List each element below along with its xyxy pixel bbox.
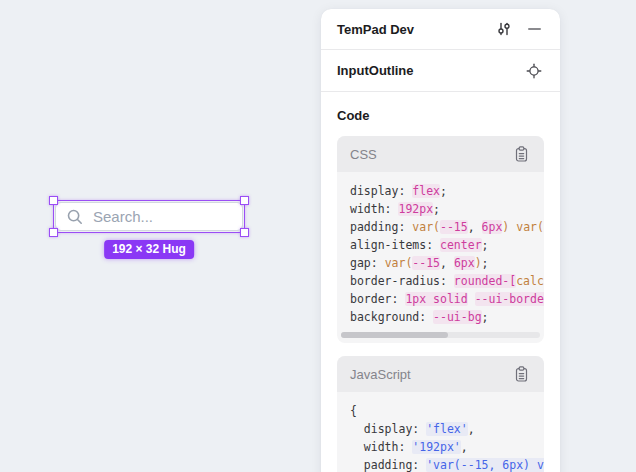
tempad-dev-panel: TemPad Dev InputOutline Code bbox=[321, 9, 560, 472]
css-block-label: CSS bbox=[350, 147, 377, 162]
code-line: gap: var(--15, 6px); bbox=[350, 254, 544, 272]
js-code-block: JavaScript { display: 'flex', width: '19… bbox=[337, 356, 544, 472]
code-line: border-radius: rounded-[calc(var(--radiu… bbox=[350, 272, 544, 290]
css-code[interactable]: display: flex;width: 192px;padding: var(… bbox=[337, 172, 544, 332]
code-line: align-items: center; bbox=[350, 236, 544, 254]
size-badge: 192 × 32 Hug bbox=[104, 240, 194, 259]
magnifier-icon bbox=[66, 208, 84, 226]
selection-handle-sw[interactable] bbox=[49, 228, 58, 237]
selection-handle-ne[interactable] bbox=[240, 196, 249, 205]
clipboard-icon[interactable] bbox=[511, 144, 531, 164]
minus-icon[interactable] bbox=[524, 19, 544, 39]
css-code-block: CSS display: flex;width: 192px;padding: … bbox=[337, 136, 544, 343]
code-line: width: 192px; bbox=[350, 200, 544, 218]
crosshair-icon[interactable] bbox=[524, 61, 544, 81]
search-placeholder: Search... bbox=[93, 208, 153, 225]
panel-content: Code CSS display: flex;width: 192px;padd… bbox=[321, 92, 560, 472]
selection-handle-se[interactable] bbox=[240, 228, 249, 237]
selected-search-input[interactable]: Search... bbox=[53, 200, 245, 233]
code-line: background: --ui-bg; bbox=[350, 308, 544, 326]
css-horizontal-scrollbar[interactable] bbox=[341, 332, 540, 338]
selection-handle-nw[interactable] bbox=[49, 196, 58, 205]
code-line: padding: 'var(--15, 6px) var(--15, 6px)'… bbox=[350, 456, 544, 472]
sliders-icon[interactable] bbox=[494, 19, 514, 39]
code-line: border: 1px solid --ui-border-color; bbox=[350, 290, 544, 308]
code-line: { bbox=[350, 402, 544, 420]
component-name: InputOutline bbox=[337, 63, 524, 78]
component-row: InputOutline bbox=[321, 50, 560, 92]
scrollbar-thumb[interactable] bbox=[341, 332, 448, 338]
code-line: padding: var(--15, 6px) var(--15, 6px); bbox=[350, 218, 544, 236]
panel-title: TemPad Dev bbox=[337, 22, 494, 37]
code-line: display: flex; bbox=[350, 182, 544, 200]
section-title-code: Code bbox=[337, 108, 544, 123]
js-block-header: JavaScript bbox=[337, 356, 544, 392]
js-block-label: JavaScript bbox=[350, 367, 411, 382]
js-code[interactable]: { display: 'flex', width: '192px', paddi… bbox=[337, 392, 544, 472]
clipboard-icon[interactable] bbox=[511, 364, 531, 384]
css-block-header: CSS bbox=[337, 136, 544, 172]
search-input[interactable]: Search... bbox=[55, 202, 243, 231]
code-line: display: 'flex', bbox=[350, 420, 544, 438]
code-line: width: '192px', bbox=[350, 438, 544, 456]
panel-header: TemPad Dev bbox=[321, 9, 560, 50]
